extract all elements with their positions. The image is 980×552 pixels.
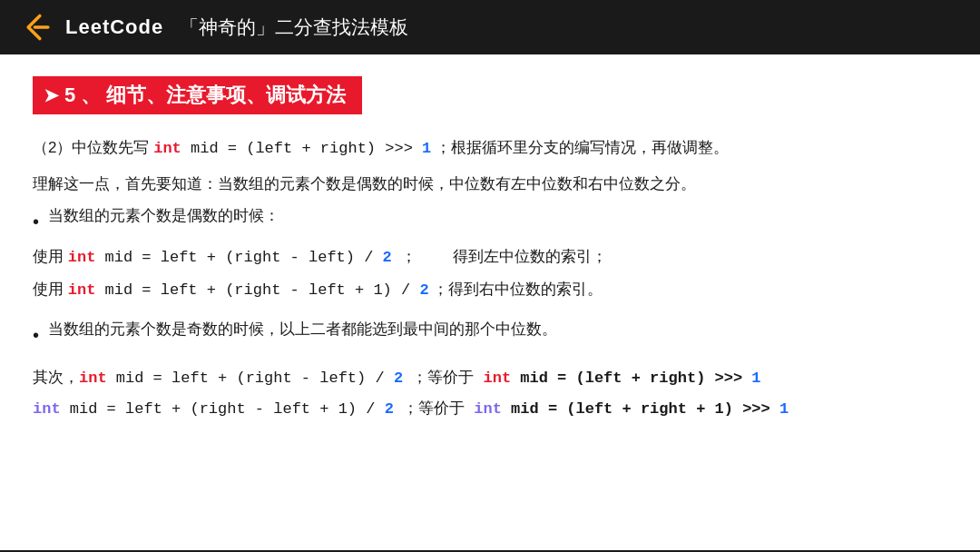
leetcode-logo bbox=[22, 11, 54, 44]
content-line1: （2）中位数先写 int mid = (left + right) >>> 1 … bbox=[33, 134, 947, 163]
header-title: 「神奇的」二分查找法模板 bbox=[180, 15, 408, 40]
bullet1-dot: • bbox=[33, 205, 39, 238]
code2-num: 2 bbox=[419, 281, 428, 299]
section-label: 细节、注意事项、调试方法 bbox=[106, 82, 346, 109]
content-line3: 其次，int mid = left + (right - left) / 2 ；… bbox=[33, 364, 947, 393]
code2-prefix: 使用 bbox=[33, 281, 68, 298]
header: LeetCode 「神奇的」二分查找法模板 bbox=[0, 0, 980, 54]
line3-num1: 2 bbox=[394, 370, 403, 387]
code1-num: 2 bbox=[383, 249, 392, 266]
line3-num2: 1 bbox=[751, 370, 760, 387]
main-content: ➤ 5 、 细节、注意事项、调试方法 （2）中位数先写 int mid = (l… bbox=[0, 54, 980, 550]
code1-code: mid = left + (right - left) / bbox=[95, 249, 382, 266]
line4-int2: int bbox=[474, 400, 502, 418]
code1-int: int bbox=[68, 249, 96, 266]
line1-prefix: （2）中位数先写 bbox=[33, 139, 153, 156]
section-title: ➤ 5 、 细节、注意事项、调试方法 bbox=[33, 76, 362, 114]
line3-int2: int bbox=[483, 370, 511, 387]
line4-num2: 1 bbox=[779, 400, 789, 418]
line4-int1: int bbox=[33, 400, 61, 418]
line4-mid: ；等价于 bbox=[394, 400, 474, 418]
code2-suffix: ；得到右中位数的索引。 bbox=[429, 281, 603, 298]
bullet2-block: • 当数组的元素个数是奇数的时候，以上二者都能选到最中间的那个中位数。 bbox=[33, 319, 947, 351]
line1-num: 1 bbox=[422, 140, 431, 157]
line3-mid: ；等价于 bbox=[403, 370, 483, 387]
leetcode-wordmark: LeetCode bbox=[65, 15, 163, 39]
bullet2-text: 当数组的元素个数是奇数的时候，以上二者都能选到最中间的那个中位数。 bbox=[48, 319, 557, 340]
line3-code1: mid = left + (right - left) / bbox=[107, 370, 394, 387]
line1-suffix: ；根据循环里分支的编写情况，再做调整。 bbox=[431, 139, 729, 156]
line3-prefix: 其次， bbox=[33, 369, 79, 386]
code-line1: 使用 int mid = left + (right - left) / 2 ；… bbox=[33, 243, 947, 272]
code1-comment: 得到左中位数的索引； bbox=[453, 248, 607, 265]
line3-bold: mid = (left + right) >>> bbox=[511, 370, 751, 387]
line4-code1: mid = left + (right - left + 1) / bbox=[61, 400, 385, 418]
line4-num1: 2 bbox=[385, 400, 394, 418]
code-line2: 使用 int mid = left + (right - left + 1) /… bbox=[33, 276, 947, 305]
section-title-text: 、 bbox=[81, 82, 101, 109]
code1-suffix-text: ； bbox=[392, 249, 416, 266]
line1-code: mid = (left + right) >>> bbox=[181, 140, 422, 157]
code2-int: int bbox=[68, 281, 96, 299]
line1-int: int bbox=[153, 140, 181, 157]
content-line2: 理解这一点，首先要知道：当数组的元素个数是偶数的时候，中位数有左中位数和右中位数… bbox=[33, 171, 947, 199]
line3-int1: int bbox=[79, 370, 107, 387]
line4-bold: mid = (left + right + 1) >>> bbox=[502, 400, 779, 418]
line2-text: 理解这一点，首先要知道：当数组的元素个数是偶数的时候，中位数有左中位数和右中位数… bbox=[33, 175, 696, 192]
code1-prefix: 使用 bbox=[33, 248, 68, 265]
bullet1-block: • 当数组的元素个数是偶数的时候： bbox=[33, 205, 947, 238]
bullet2-dot: • bbox=[33, 319, 39, 351]
section-number: 5 bbox=[64, 84, 75, 107]
code2-code: mid = left + (right - left + 1) / bbox=[95, 281, 419, 299]
arrow-icon: ➤ bbox=[44, 84, 59, 106]
bullet1-text: 当数组的元素个数是偶数的时候： bbox=[48, 205, 279, 226]
content-line4: int mid = left + (right - left + 1) / 2 … bbox=[33, 395, 947, 424]
